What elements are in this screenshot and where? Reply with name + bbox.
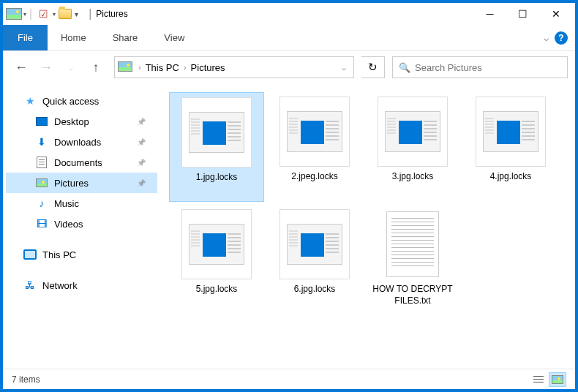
file-item[interactable]: 6.jpg.locks xyxy=(267,205,362,314)
ribbon: File Home Share View ⌵ ? xyxy=(3,25,575,51)
view-toggles xyxy=(530,372,566,387)
sidebar-network[interactable]: 🖧 Network xyxy=(6,275,157,295)
window-title: Pictures xyxy=(96,9,127,19)
maximize-button[interactable]: ☐ xyxy=(506,3,539,25)
tab-view[interactable]: View xyxy=(151,25,198,50)
expand-ribbon-icon[interactable]: ⌵ xyxy=(544,33,549,43)
sidebar-item-label: Network xyxy=(42,280,78,291)
statusbar: 7 items xyxy=(3,369,575,389)
text-file-icon xyxy=(386,211,439,277)
thumbnails-view-icon xyxy=(552,375,563,384)
file-thumbnail xyxy=(279,209,350,279)
sidebar-this-pc[interactable]: This PC xyxy=(6,244,157,265)
file-thumbnail xyxy=(476,97,546,167)
sidebar-item-documents[interactable]: Documents xyxy=(6,152,157,173)
sidebar-item-label: Quick access xyxy=(42,96,99,107)
generic-file-icon xyxy=(483,111,538,152)
download-icon: ⬇ xyxy=(35,135,48,148)
searchbox[interactable]: 🔍 xyxy=(392,56,568,78)
monitor-icon xyxy=(23,248,37,261)
qat-dropdown-icon[interactable]: ▾ xyxy=(23,11,26,18)
search-input[interactable] xyxy=(415,62,561,73)
minimize-button[interactable]: ─ xyxy=(473,3,506,25)
help-icon[interactable]: ? xyxy=(555,31,568,45)
star-icon: ★ xyxy=(23,94,37,108)
sidebar-item-desktop[interactable]: Desktop xyxy=(6,111,157,132)
close-button[interactable]: ✕ xyxy=(539,3,572,25)
sidebar-quick-access[interactable]: ★ Quick access xyxy=(6,91,157,111)
folder-icon[interactable] xyxy=(57,6,73,22)
desktop-icon xyxy=(35,115,48,128)
svg-rect-0 xyxy=(533,376,544,377)
thumbnails-view-button[interactable] xyxy=(549,372,566,387)
sidebar: ★ Quick access Desktop ⬇ Downloads Docum… xyxy=(3,83,160,369)
tab-share[interactable]: Share xyxy=(100,25,151,50)
properties-icon[interactable]: ☑ xyxy=(35,6,51,22)
sidebar-item-label: Pictures xyxy=(54,178,89,189)
sidebar-item-label: Music xyxy=(54,198,79,209)
file-name: 2.jpeg.locks xyxy=(291,171,337,183)
file-name: HOW TO DECRYPT FILES.txt xyxy=(369,284,456,306)
location-icon xyxy=(118,61,132,73)
up-button[interactable]: ↑ xyxy=(85,56,107,78)
sidebar-item-label: This PC xyxy=(42,249,76,260)
sidebar-item-label: Downloads xyxy=(54,137,101,148)
generic-file-icon xyxy=(385,111,440,152)
pictures-icon xyxy=(35,176,48,189)
file-item[interactable]: 4.jpg.locks xyxy=(463,92,558,202)
generic-file-icon xyxy=(287,224,342,265)
sidebar-item-downloads[interactable]: ⬇ Downloads xyxy=(6,132,157,152)
file-thumbnail xyxy=(378,97,448,167)
file-name: 3.jpg.locks xyxy=(392,171,434,183)
crumb-sep-icon[interactable]: › xyxy=(137,63,143,72)
file-item[interactable]: 3.jpg.locks xyxy=(365,92,460,202)
file-item[interactable]: 5.jpg.locks xyxy=(169,205,264,314)
file-tab[interactable]: File xyxy=(3,25,48,50)
document-icon xyxy=(35,156,48,169)
music-icon: ♪ xyxy=(35,197,48,210)
details-view-button[interactable] xyxy=(530,372,547,387)
file-item[interactable]: 2.jpeg.locks xyxy=(267,92,362,202)
app-icon[interactable] xyxy=(6,6,22,22)
file-item[interactable]: 1.jpg.locks xyxy=(169,92,264,202)
video-icon: 🎞 xyxy=(35,217,48,230)
generic-file-icon xyxy=(287,111,342,152)
content-area: ★ Quick access Desktop ⬇ Downloads Docum… xyxy=(3,83,575,369)
file-thumbnail xyxy=(181,209,252,279)
address-dropdown-icon[interactable]: ⌵ xyxy=(337,64,350,72)
network-icon: 🖧 xyxy=(23,279,37,292)
sidebar-item-music[interactable]: ♪ Music xyxy=(6,193,157,214)
qat-dropdown2-icon[interactable]: ▾ xyxy=(53,11,56,18)
qat-overflow-icon[interactable]: ▾ xyxy=(75,10,78,18)
file-name: 6.jpg.locks xyxy=(294,284,336,295)
generic-file-icon xyxy=(189,224,244,265)
crumb-sep-icon[interactable]: › xyxy=(182,63,188,72)
sidebar-item-label: Videos xyxy=(54,219,83,230)
file-thumbnail xyxy=(279,97,350,167)
back-button[interactable]: ← xyxy=(10,56,32,78)
file-item[interactable]: HOW TO DECRYPT FILES.txt xyxy=(365,205,460,314)
search-icon: 🔍 xyxy=(399,62,410,73)
qat-icons: ▾ | ☑ ▾ ▾ xyxy=(6,6,78,22)
file-thumbnail xyxy=(181,97,252,167)
crumb-pictures[interactable]: Pictures xyxy=(188,62,228,73)
file-pane[interactable]: 1.jpg.locks2.jpeg.locks3.jpg.locks4.jpg.… xyxy=(160,83,575,369)
addressbar[interactable]: › This PC › Pictures ⌵ xyxy=(114,56,354,78)
navbar: ← → ⌵ ↑ › This PC › Pictures ⌵ ↻ 🔍 xyxy=(3,51,575,83)
file-name: 4.jpg.locks xyxy=(490,171,532,183)
sidebar-item-videos[interactable]: 🎞 Videos xyxy=(6,214,157,234)
file-name: 5.jpg.locks xyxy=(196,284,238,295)
forward-button[interactable]: → xyxy=(35,56,57,78)
crumb-this-pc[interactable]: This PC xyxy=(143,62,182,73)
explorer-window: ▾ | ☑ ▾ ▾ | Pictures ─ ☐ ✕ File Home Sha… xyxy=(3,3,575,389)
item-count: 7 items xyxy=(12,374,40,385)
title-separator: | xyxy=(89,7,91,20)
recent-dropdown-icon[interactable]: ⌵ xyxy=(60,56,82,78)
sidebar-item-pictures[interactable]: Pictures xyxy=(6,173,157,193)
qat-separator: | xyxy=(29,7,32,20)
file-thumbnail xyxy=(378,209,448,279)
refresh-button[interactable]: ↻ xyxy=(361,56,385,78)
tab-home[interactable]: Home xyxy=(48,25,100,50)
file-name: 1.jpg.locks xyxy=(196,172,238,184)
svg-rect-2 xyxy=(533,382,544,382)
